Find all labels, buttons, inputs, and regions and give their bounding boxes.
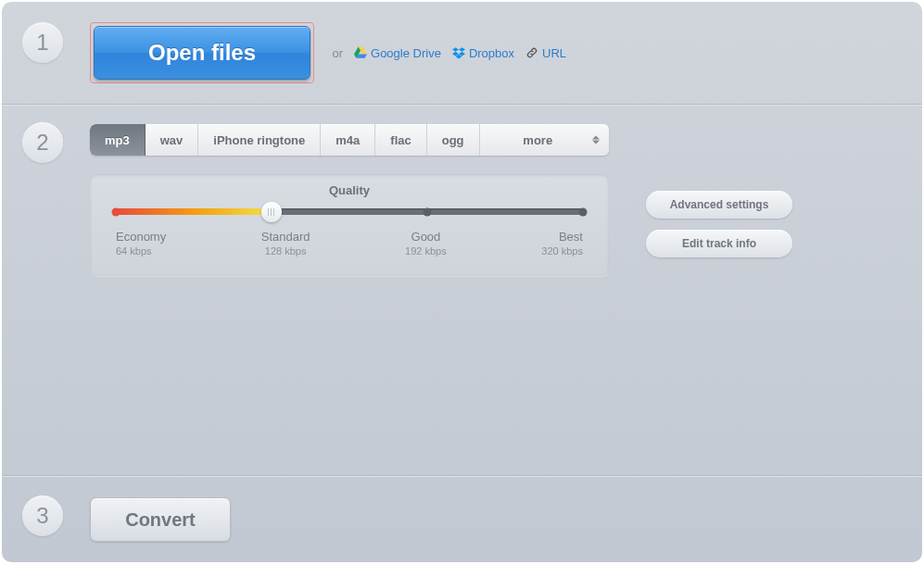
dropbox-link[interactable]: Dropbox [452, 46, 514, 60]
quality-slider[interactable] [116, 208, 583, 215]
tab-more[interactable]: more [480, 124, 609, 156]
tab-ogg[interactable]: ogg [427, 124, 480, 156]
edit-track-info-button[interactable]: Edit track info [646, 230, 792, 257]
quality-label-standard: Standard 128 kbps [261, 230, 310, 257]
open-files-highlight: Open files [90, 22, 314, 83]
quality-label-good: Good 192 kbps [405, 230, 447, 257]
tab-flac[interactable]: flac [375, 124, 426, 156]
step-1-number: 1 [22, 22, 63, 63]
advanced-settings-button[interactable]: Advanced settings [646, 191, 792, 219]
slider-stop-good [424, 207, 432, 216]
dropbox-label: Dropbox [469, 46, 514, 60]
tab-m4a[interactable]: m4a [321, 124, 375, 156]
tab-mp3[interactable]: mp3 [90, 124, 146, 156]
step-2-number: 2 [22, 122, 63, 163]
url-label: URL [542, 46, 566, 60]
url-link[interactable]: URL [525, 46, 566, 60]
google-drive-icon [354, 46, 367, 59]
link-icon [525, 46, 538, 59]
slider-handle[interactable] [261, 202, 282, 222]
converter-panel: 1 Open files or Google Drive Dropbox [2, 2, 922, 562]
quality-labels: Economy 64 kbps Standard 128 kbps Good 1… [116, 230, 583, 257]
quality-label-economy: Economy 64 kbps [116, 230, 166, 257]
open-files-button[interactable]: Open files [94, 26, 310, 80]
step-3-number: 3 [22, 495, 63, 536]
quality-panel: Quality Economy 64 kbps Standard 128 [90, 174, 609, 276]
or-label: or [332, 46, 343, 60]
quality-label-best: Best 320 kbps [541, 230, 583, 257]
dropbox-icon [452, 46, 465, 59]
step-1: 1 Open files or Google Drive Dropbox [2, 2, 922, 104]
chevron-updown-icon [592, 136, 600, 144]
convert-button[interactable]: Convert [90, 497, 231, 542]
step-2: 2 mp3 wav iPhone ringtone m4a flac ogg m… [2, 106, 922, 295]
tab-iphone-ringtone[interactable]: iPhone ringtone [198, 124, 321, 156]
google-drive-link[interactable]: Google Drive [354, 46, 441, 60]
tab-wav[interactable]: wav [146, 124, 199, 156]
slider-fill [116, 208, 272, 215]
step-3: 3 Convert [2, 477, 922, 562]
slider-stop-economy [112, 207, 120, 216]
google-drive-label: Google Drive [371, 46, 441, 60]
quality-title: Quality [116, 183, 583, 197]
format-tabs: mp3 wav iPhone ringtone m4a flac ogg mor… [90, 124, 609, 156]
tab-more-label: more [523, 133, 552, 147]
source-options: or Google Drive Dropbox URL [332, 46, 566, 60]
side-buttons: Advanced settings Edit track info [646, 174, 792, 257]
slider-stop-best [579, 207, 588, 216]
